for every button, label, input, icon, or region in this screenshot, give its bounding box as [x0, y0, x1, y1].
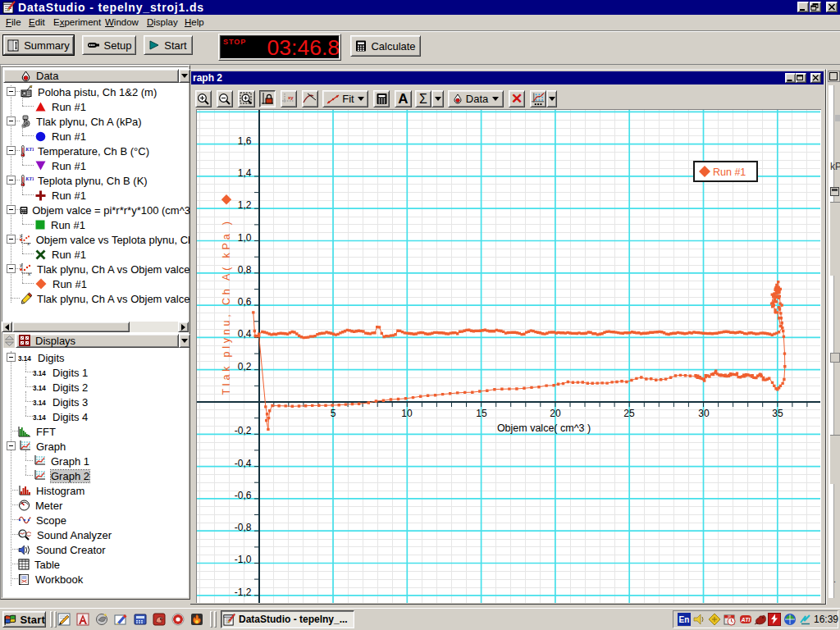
- svg-text:10: 10: [401, 408, 413, 419]
- svg-text:3.14: 3.14: [33, 384, 46, 392]
- svg-text:y: y: [20, 233, 22, 238]
- svg-text:Objem valce( cm^3 ): Objem valce( cm^3 ): [497, 422, 591, 434]
- svg-text:25: 25: [623, 408, 635, 419]
- svg-text:x: x: [28, 272, 30, 276]
- svg-text:-0,6: -0,6: [235, 490, 252, 501]
- svg-text:-1,2: -1,2: [235, 587, 252, 598]
- svg-text:-1,0: -1,0: [235, 554, 252, 565]
- svg-text:Run #1: Run #1: [713, 167, 746, 178]
- svg-text:0,6: 0,6: [238, 296, 252, 308]
- svg-text:1,0: 1,0: [238, 232, 252, 244]
- svg-text:-0,2: -0,2: [235, 425, 252, 436]
- svg-text:KTD: KTD: [25, 176, 34, 181]
- svg-text:0,8: 0,8: [238, 264, 252, 276]
- svg-text:30: 30: [698, 408, 710, 419]
- svg-text:y: y: [20, 262, 22, 267]
- svg-text:3.14: 3.14: [18, 354, 31, 363]
- svg-text:En: En: [679, 615, 690, 624]
- svg-text:1,6: 1,6: [238, 135, 252, 147]
- svg-text:ATI: ATI: [741, 617, 751, 623]
- svg-text:15: 15: [476, 408, 487, 419]
- svg-text:-0,4: -0,4: [235, 458, 252, 469]
- svg-text:3.14: 3.14: [33, 369, 46, 377]
- svg-text:5: 5: [331, 408, 336, 419]
- svg-text:3.14: 3.14: [33, 399, 46, 407]
- svg-text:Tlak plynu, Ch A( kPa ): Tlak plynu, Ch A( kPa ): [221, 218, 232, 395]
- svg-text:xy: xy: [288, 95, 294, 100]
- svg-text:0,2: 0,2: [238, 361, 252, 372]
- svg-text:1,4: 1,4: [238, 167, 252, 179]
- svg-text:-0,8: -0,8: [235, 522, 252, 533]
- svg-text:KTD: KTD: [25, 146, 34, 152]
- svg-text:35: 35: [772, 408, 783, 419]
- svg-text:0,4: 0,4: [238, 328, 252, 340]
- svg-text:1,2: 1,2: [238, 199, 252, 211]
- svg-text:x: x: [27, 242, 30, 246]
- svg-text:3.14: 3.14: [33, 413, 46, 422]
- svg-text:20: 20: [550, 408, 561, 419]
